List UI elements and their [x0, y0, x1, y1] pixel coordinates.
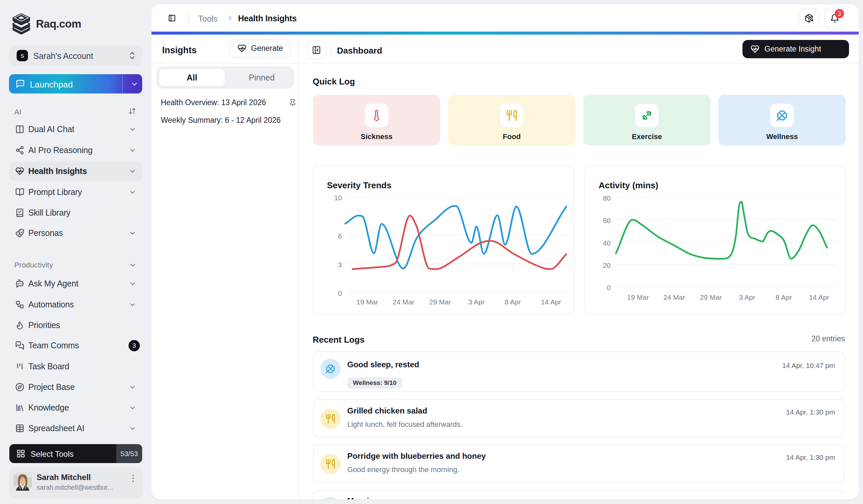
svg-text:29 Mar: 29 Mar — [429, 298, 451, 306]
svg-text:3 Apr: 3 Apr — [739, 294, 755, 301]
svg-text:19 Mar: 19 Mar — [627, 294, 649, 301]
svg-text:29 Mar: 29 Mar — [700, 294, 722, 301]
svg-text:3 Apr: 3 Apr — [468, 298, 485, 306]
svg-text:24 Mar: 24 Mar — [663, 294, 685, 301]
svg-text:40: 40 — [603, 239, 611, 247]
svg-text:14 Apr: 14 Apr — [809, 294, 829, 301]
svg-text:0: 0 — [606, 284, 611, 292]
svg-text:0: 0 — [338, 289, 342, 297]
svg-text:10: 10 — [334, 194, 342, 202]
svg-text:6: 6 — [338, 232, 342, 240]
svg-text:19 Mar: 19 Mar — [356, 298, 378, 306]
svg-text:8 Apr: 8 Apr — [504, 298, 521, 306]
svg-text:80: 80 — [603, 194, 611, 202]
svg-text:24 Mar: 24 Mar — [392, 298, 414, 306]
svg-text:14 Apr: 14 Apr — [541, 298, 561, 306]
svg-text:60: 60 — [603, 217, 611, 224]
svg-text:8 Apr: 8 Apr — [775, 294, 792, 301]
svg-text:20: 20 — [603, 261, 611, 269]
svg-text:3: 3 — [338, 261, 342, 269]
